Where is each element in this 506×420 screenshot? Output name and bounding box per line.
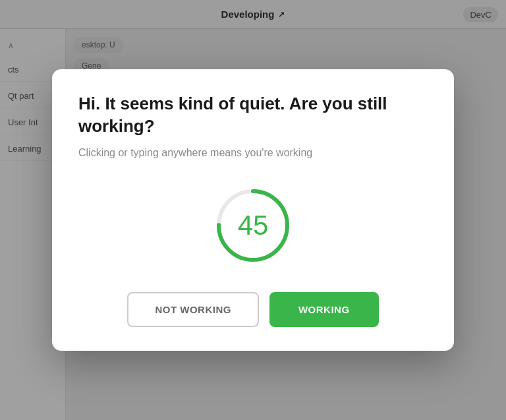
timer-container: 45: [78, 183, 428, 268]
modal-buttons: NOT WORKING WORKING: [78, 292, 428, 327]
idle-dialog: Hi. It seems kind of quiet. Are you stil…: [52, 69, 454, 351]
timer-number: 45: [210, 183, 296, 268]
modal-overlay: Hi. It seems kind of quiet. Are you stil…: [0, 0, 506, 420]
modal-title: Hi. It seems kind of quiet. Are you stil…: [78, 93, 428, 138]
not-working-button[interactable]: NOT WORKING: [127, 292, 259, 327]
timer-circle: 45: [210, 183, 296, 268]
working-button[interactable]: WORKING: [269, 292, 379, 327]
modal-subtitle: Clicking or typing anywhere means you're…: [78, 147, 428, 159]
